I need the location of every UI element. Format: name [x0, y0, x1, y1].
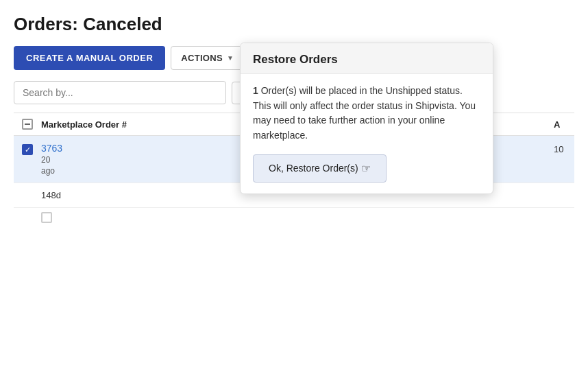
cursor-icon: ☞ — [361, 162, 371, 175]
dropdown-message: 1 Order(s) will be placed in the Unshipp… — [253, 84, 480, 143]
actions-chevron-icon: ▼ — [227, 54, 234, 62]
create-manual-order-button[interactable]: CREATE A MANUAL ORDER — [14, 46, 165, 70]
col-a-header: A — [554, 119, 574, 130]
order-link[interactable]: 3763 — [41, 143, 62, 154]
page-title: Orders: Canceled — [14, 14, 574, 35]
order-col-a: 10 — [554, 143, 574, 154]
table-row-3-partial — [14, 208, 574, 223]
restore-orders-dropdown: Restore Orders 1 Order(s) will be placed… — [240, 43, 493, 194]
actions-button[interactable]: ACTIONS ▼ — [171, 46, 244, 70]
dropdown-header: Restore Orders — [241, 43, 493, 74]
time-label: 148d — [41, 190, 61, 200]
search-input[interactable] — [14, 81, 226, 104]
dropdown-body: 1 Order(s) will be placed in the Unshipp… — [241, 74, 493, 194]
actions-label: ACTIONS — [181, 53, 223, 63]
select-all-checkbox[interactable] — [14, 119, 41, 130]
dropdown-message-text: Order(s) will be placed in the Unshipped… — [253, 85, 476, 141]
row3-checkbox[interactable] — [41, 212, 52, 223]
row-checkbox[interactable]: ✓ — [14, 143, 41, 155]
confirm-restore-label: Ok, Restore Order(s) — [269, 163, 358, 174]
confirm-restore-button[interactable]: Ok, Restore Order(s) ☞ — [253, 154, 387, 183]
order-count: 1 — [253, 85, 258, 96]
